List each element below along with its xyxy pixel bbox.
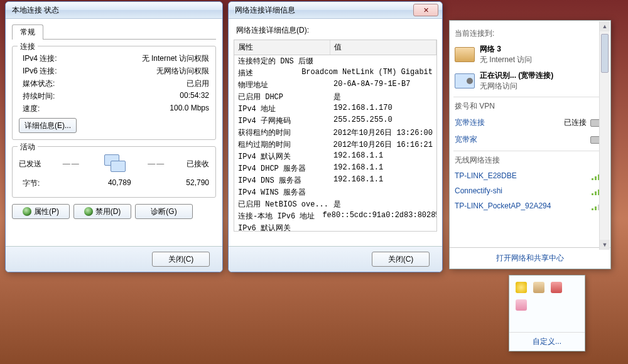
- value-cell: Broadcom NetLink (TM) Gigabit: [298, 67, 436, 79]
- properties-button[interactable]: 属性(P): [12, 204, 70, 219]
- value-cell: 192.168.1.1: [330, 163, 436, 174]
- close-button[interactable]: 关闭(C): [372, 252, 430, 267]
- value-cell: 是: [330, 198, 436, 210]
- customize-link[interactable]: 自定义...: [509, 332, 585, 351]
- speed-value: 100.0 Mbps: [170, 104, 209, 114]
- value-cell: 2012年10月26日 13:26:00: [330, 127, 436, 139]
- computers-icon: [102, 154, 127, 173]
- value-cell: fe80::5cdc:91a0:2d83:8028%11: [318, 210, 437, 222]
- property-cell: IPv4 WINS 服务器: [234, 186, 330, 198]
- property-cell: IPv4 DNS 服务器: [234, 174, 330, 186]
- value-cell: 192.168.1.1: [330, 151, 436, 163]
- open-network-center-link[interactable]: 打开网络和共享中心: [450, 247, 610, 269]
- network2-status: 无网络访问: [480, 81, 605, 92]
- duration-label: 持续时间:: [19, 91, 98, 102]
- titlebar[interactable]: 本地连接 状态: [6, 2, 222, 19]
- property-cell: 物理地址: [234, 79, 330, 91]
- scroll-thumb[interactable]: [601, 34, 609, 73]
- ipv6-conn-label: IPv6 连接:: [19, 66, 98, 77]
- tray-icon[interactable]: [533, 282, 544, 293]
- globe-icon: [23, 207, 31, 216]
- table-row[interactable]: IPv4 WINS 服务器: [234, 186, 436, 198]
- media-state-label: 媒体状态:: [19, 78, 98, 89]
- table-row[interactable]: IPv4 子网掩码255.255.255.0: [234, 115, 436, 127]
- flyout-scroll[interactable]: 当前连接到: ▲ 网络 3 无 Internet 访问 正在识别... (宽带连…: [450, 21, 610, 247]
- property-cell: 租约过期的时间: [234, 139, 330, 151]
- table-row[interactable]: 已启用 DHCP是: [234, 91, 436, 103]
- property-cell: IPv6 默认网关: [234, 222, 330, 232]
- network-item-2[interactable]: 正在识别... (宽带连接) 无网络访问: [453, 68, 607, 94]
- table-row[interactable]: 物理地址20-6A-8A-79-1E-B7: [234, 79, 436, 91]
- ipv4-conn-value: 无 Internet 访问权限: [142, 53, 209, 64]
- table-row[interactable]: IPv6 默认网关: [234, 222, 436, 232]
- table-row[interactable]: 连接-本地 IPv6 地址fe80::5cdc:91a0:2d83:8028%1…: [234, 210, 436, 222]
- table-row[interactable]: 已启用 NetBIOS ove...是: [234, 198, 436, 210]
- wifi2-name: Connectify-shi: [455, 186, 502, 195]
- diagnose-button[interactable]: 诊断(G): [135, 204, 193, 219]
- table-row[interactable]: IPv4 DNS 服务器192.168.1.1: [234, 174, 436, 186]
- table-row[interactable]: IPv4 地址192.168.1.170: [234, 103, 436, 115]
- table-row[interactable]: IPv4 默认网关192.168.1.1: [234, 151, 436, 163]
- section-wireless: 无线网络连接: [455, 155, 500, 166]
- window-title: 网络连接详细信息: [232, 5, 413, 16]
- details-caption: 网络连接详细信息(D):: [236, 25, 435, 36]
- col-property[interactable]: 属性: [234, 40, 330, 55]
- property-cell: 描述: [234, 67, 298, 79]
- close-button[interactable]: 关闭(C): [152, 252, 210, 267]
- col-value[interactable]: 值: [330, 40, 436, 55]
- ipv6-conn-value: 无网络访问权限: [156, 66, 209, 77]
- property-cell: 已启用 DHCP: [234, 91, 330, 103]
- dash-right: ——: [127, 159, 187, 168]
- speed-label: 速度:: [19, 104, 98, 114]
- broadband2-name: 宽带家: [455, 134, 477, 145]
- value-cell: [330, 222, 436, 232]
- broadband-row[interactable]: 宽带连接 已连接: [453, 114, 607, 131]
- local-connection-status-window: 本地连接 状态 常规 连接 IPv4 连接:无 Internet 访问权限 IP…: [5, 1, 223, 272]
- group-activity: 活动 已发送 —— —— 已接收 字节: 40,789 52,790: [12, 146, 216, 198]
- value-cell: 192.168.1.1: [330, 174, 436, 186]
- value-cell: 20-6A-8A-79-1E-B7: [330, 79, 436, 91]
- network-item-1[interactable]: 网络 3 无 Internet 访问: [453, 41, 607, 68]
- tray-icon[interactable]: [516, 282, 527, 293]
- tray-overflow-popup: 自定义...: [509, 275, 585, 351]
- property-cell: IPv4 DHCP 服务器: [234, 163, 330, 174]
- table-row[interactable]: 描述Broadcom NetLink (TM) Gigabit: [234, 67, 436, 79]
- value-cell: 255.255.255.0: [330, 115, 436, 127]
- scrollbar[interactable]: ▲ ▼: [599, 21, 610, 250]
- property-cell: IPv4 子网掩码: [234, 115, 330, 127]
- titlebar[interactable]: 网络连接详细信息 ✕: [229, 2, 442, 19]
- details-button[interactable]: 详细信息(E)...: [19, 118, 77, 133]
- dash-left: ——: [41, 159, 102, 168]
- sent-label: 已发送: [19, 159, 41, 169]
- wifi-row-1[interactable]: TP-LINK_E28DBE: [453, 168, 607, 183]
- group-connection-legend: 连接: [18, 41, 38, 52]
- scroll-down-icon[interactable]: ▼: [600, 240, 610, 250]
- broadband2-row[interactable]: 宽带家: [453, 131, 607, 148]
- wifi-row-3[interactable]: TP-LINK_PocketAP_92A294: [453, 198, 607, 213]
- scroll-up-icon[interactable]: ▲: [600, 21, 610, 31]
- property-cell: IPv4 默认网关: [234, 151, 330, 163]
- table-row[interactable]: 租约过期的时间2012年10月26日 16:16:21: [234, 139, 436, 151]
- recv-label: 已接收: [187, 159, 209, 169]
- list-header: 属性 值: [234, 40, 437, 55]
- ipv4-conn-label: IPv4 连接:: [19, 53, 98, 64]
- table-row[interactable]: IPv4 DHCP 服务器192.168.1.1: [234, 163, 436, 174]
- disable-button[interactable]: 禁用(D): [73, 204, 131, 219]
- table-row[interactable]: 连接特定的 DNS 后缀: [234, 55, 436, 67]
- property-cell: IPv4 地址: [234, 103, 330, 115]
- details-list[interactable]: 连接特定的 DNS 后缀描述Broadcom NetLink (TM) Giga…: [234, 55, 437, 232]
- close-icon[interactable]: ✕: [413, 4, 438, 16]
- tray-icon[interactable]: [551, 282, 562, 293]
- bytes-recv-value: 52,790: [166, 178, 210, 189]
- wifi-row-2[interactable]: Connectify-shi: [453, 183, 607, 198]
- tray-icon[interactable]: [516, 299, 527, 311]
- globe-icon: [84, 207, 93, 216]
- wifi3-name: TP-LINK_PocketAP_92A294: [455, 201, 551, 210]
- window-title: 本地连接 状态: [9, 5, 219, 16]
- current-connection-header: 当前连接到:: [455, 28, 494, 39]
- value-cell: [330, 186, 436, 198]
- network1-status: 无 Internet 访问: [480, 55, 605, 65]
- bytes-label: 字节:: [19, 178, 98, 189]
- table-row[interactable]: 获得租约的时间2012年10月26日 13:26:00: [234, 127, 436, 139]
- tab-general[interactable]: 常规: [12, 24, 43, 40]
